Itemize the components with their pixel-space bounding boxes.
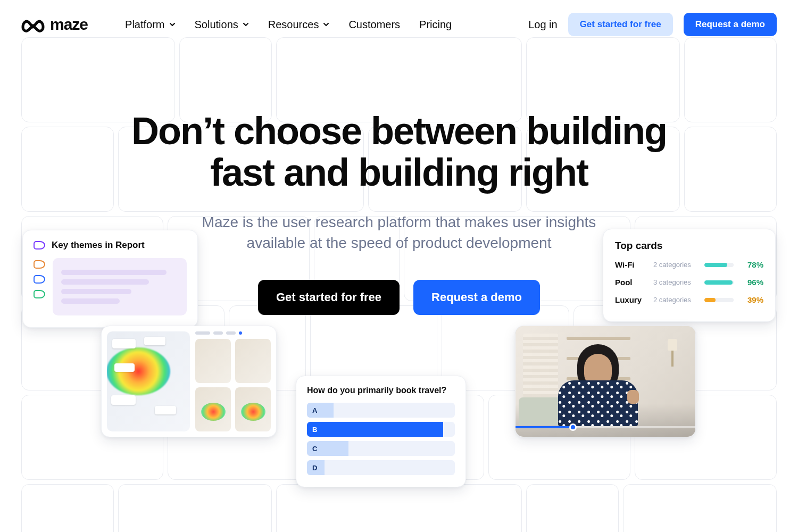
login-link[interactable]: Log in [528,19,558,31]
heatmap-card [101,326,277,437]
survey-option-label: A [312,406,317,414]
survey-option[interactable]: B [307,422,455,437]
video-progress-knob[interactable] [569,423,577,431]
heatmap-thumbnails [195,331,271,431]
nav-item-solutions[interactable]: Solutions [195,19,249,31]
hero: Don’t choose between building fast and b… [0,111,798,315]
heatmap-thumb [195,387,231,431]
video-progress[interactable] [516,426,695,428]
nav-item-pricing[interactable]: Pricing [419,19,452,31]
nav-item-label: Resources [268,19,319,31]
chevron-down-icon [243,21,249,28]
nav-item-customers[interactable]: Customers [348,19,400,31]
chevron-down-icon [323,21,329,28]
person-illustration [553,341,643,426]
hero-cta-row: Get started for free Request a demo [21,280,777,315]
brand-logo[interactable]: maze [21,15,88,34]
heatmap-map [107,331,190,431]
request-demo-button[interactable]: Request a demo [684,13,777,36]
nav-item-label: Platform [125,19,164,31]
primary-nav: PlatformSolutionsResourcesCustomersPrici… [125,19,452,31]
survey-option-label: C [312,445,317,453]
survey-option[interactable]: D [307,460,455,475]
header-actions: Log in Get started for free Request a de… [528,13,777,36]
brand-name: maze [50,15,88,34]
heatmap-thumb [235,339,271,383]
video-card[interactable] [515,326,696,437]
nav-item-label: Customers [348,19,400,31]
hero-subhead: Maze is the user research platform that … [181,212,617,253]
nav-item-resources[interactable]: Resources [268,19,330,31]
nav-item-platform[interactable]: Platform [125,19,175,31]
survey-option[interactable]: A [307,403,455,418]
hero-request-demo-button[interactable]: Request a demo [413,280,540,315]
hero-get-started-button[interactable]: Get started for free [258,280,400,315]
site-header: maze PlatformSolutionsResourcesCustomers… [0,0,798,36]
video-frame [516,326,695,437]
survey-card: How do you primarily book travel? ABCD [296,376,466,487]
heatmap-thumb [235,387,271,431]
chevron-down-icon [169,21,176,28]
survey-question: How do you primarily book travel? [307,386,455,395]
survey-option[interactable]: C [307,441,455,456]
survey-option-label: B [312,426,317,434]
heatmap-thumb [195,339,231,383]
hero-headline: Don’t choose between building fast and b… [120,111,678,194]
get-started-button[interactable]: Get started for free [568,13,673,36]
brand-mark-icon [21,16,45,32]
nav-item-label: Pricing [419,19,452,31]
nav-item-label: Solutions [195,19,238,31]
survey-option-label: D [312,464,317,472]
